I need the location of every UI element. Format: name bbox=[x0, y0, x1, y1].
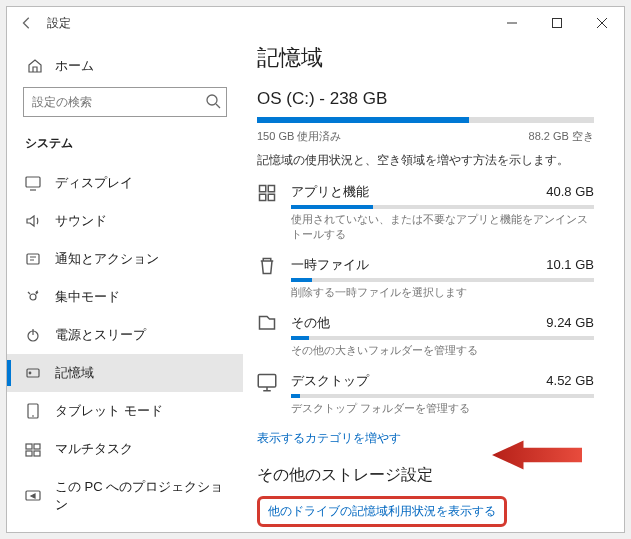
svg-rect-9 bbox=[26, 444, 32, 449]
storage-category-desktop[interactable]: デスクトップ4.52 GBデスクトップ フォルダーを管理する bbox=[257, 372, 594, 416]
sidebar-item-label: この PC へのプロジェクション bbox=[55, 478, 225, 514]
storage-icon bbox=[25, 365, 41, 381]
svg-rect-10 bbox=[34, 444, 40, 449]
main-panel: 記憶域 OS (C:) - 238 GB 150 GB 使用済み 88.2 GB… bbox=[243, 39, 624, 532]
storage-category-size: 9.24 GB bbox=[546, 315, 594, 330]
svg-rect-23 bbox=[258, 375, 276, 388]
storage-category-name: アプリと機能 bbox=[291, 183, 369, 201]
sidebar-item-notif[interactable]: 通知とアクション bbox=[7, 240, 243, 278]
power-icon bbox=[25, 327, 41, 343]
search-icon bbox=[205, 93, 221, 113]
svg-rect-20 bbox=[268, 186, 274, 192]
sidebar-item-focus[interactable]: 集中モード bbox=[7, 278, 243, 316]
storage-category-size: 4.52 GB bbox=[546, 373, 594, 388]
sidebar-item-display[interactable]: ディスプレイ bbox=[7, 164, 243, 202]
sidebar-home[interactable]: ホーム bbox=[7, 51, 243, 87]
sidebar-item-multi[interactable]: マルチタスク bbox=[7, 430, 243, 468]
sidebar-item-power[interactable]: 電源とスリープ bbox=[7, 316, 243, 354]
sidebar-item-label: 電源とスリープ bbox=[55, 326, 146, 344]
storage-category-other[interactable]: その他9.24 GBその他の大きいフォルダーを管理する bbox=[257, 314, 594, 358]
sidebar-item-tablet[interactable]: タブレット モード bbox=[7, 392, 243, 430]
window-title: 設定 bbox=[47, 15, 71, 32]
back-icon[interactable] bbox=[15, 11, 39, 35]
other-storage-heading: その他のストレージ設定 bbox=[257, 465, 594, 486]
close-button[interactable] bbox=[579, 7, 624, 39]
storage-category-bar bbox=[291, 394, 594, 398]
svg-rect-3 bbox=[27, 254, 39, 264]
highlighted-link-frame: 他のドライブの記憶域利用状況を表示する bbox=[257, 496, 507, 527]
storage-description: 記憶域の使用状況と、空き領域を増やす方法を示します。 bbox=[257, 152, 594, 169]
sidebar-item-label: 記憶域 bbox=[55, 364, 94, 382]
show-more-link[interactable]: 表示するカテゴリを増やす bbox=[257, 430, 594, 447]
svg-point-1 bbox=[207, 95, 217, 105]
sidebar-item-storage[interactable]: 記憶域 bbox=[7, 354, 243, 392]
drive-usage-bar bbox=[257, 117, 594, 123]
sidebar-item-project[interactable]: この PC へのプロジェクション bbox=[7, 468, 243, 524]
focus-icon bbox=[25, 289, 41, 305]
drive-used-label: 150 GB 使用済み bbox=[257, 129, 341, 144]
maximize-button[interactable] bbox=[534, 7, 579, 39]
drive-title: OS (C:) - 238 GB bbox=[257, 89, 594, 109]
svg-rect-19 bbox=[260, 186, 266, 192]
storage-category-sub: 使用されていない、または不要なアプリと機能をアンインストールする bbox=[291, 212, 594, 242]
settings-window: 設定 ホーム システム ディスプレイサウンド通知とアクション集中モード電源とスリ… bbox=[6, 6, 625, 533]
sidebar-item-share[interactable]: 共有エクスペリエンス bbox=[7, 524, 243, 532]
storage-category-bar bbox=[291, 205, 594, 209]
display-icon bbox=[25, 175, 41, 191]
svg-point-7 bbox=[29, 372, 31, 374]
storage-category-size: 40.8 GB bbox=[546, 184, 594, 199]
sound-icon bbox=[25, 213, 41, 229]
sidebar-item-label: 通知とアクション bbox=[55, 250, 159, 268]
tablet-icon bbox=[25, 403, 41, 419]
minimize-button[interactable] bbox=[489, 7, 534, 39]
sidebar-home-label: ホーム bbox=[55, 57, 94, 75]
other-drives-link[interactable]: 他のドライブの記憶域利用状況を表示する bbox=[268, 503, 496, 520]
sidebar-item-label: サウンド bbox=[55, 212, 107, 230]
drive-free-label: 88.2 GB 空き bbox=[529, 129, 594, 144]
page-title: 記憶域 bbox=[257, 43, 594, 73]
sidebar-item-label: ディスプレイ bbox=[55, 174, 133, 192]
svg-rect-2 bbox=[26, 177, 40, 187]
storage-category-name: その他 bbox=[291, 314, 330, 332]
sidebar-item-label: 集中モード bbox=[55, 288, 120, 306]
other-icon bbox=[257, 314, 279, 336]
multi-icon bbox=[25, 441, 41, 457]
storage-category-name: デスクトップ bbox=[291, 372, 369, 390]
storage-category-trash[interactable]: 一時ファイル10.1 GB削除する一時ファイルを選択します bbox=[257, 256, 594, 300]
apps-icon bbox=[257, 183, 279, 205]
svg-rect-12 bbox=[34, 451, 40, 456]
storage-category-size: 10.1 GB bbox=[546, 257, 594, 272]
storage-category-sub: その他の大きいフォルダーを管理する bbox=[291, 343, 594, 358]
svg-rect-0 bbox=[552, 19, 561, 28]
notif-icon bbox=[25, 251, 41, 267]
titlebar: 設定 bbox=[7, 7, 624, 39]
storage-category-apps[interactable]: アプリと機能40.8 GB使用されていない、または不要なアプリと機能をアンインス… bbox=[257, 183, 594, 242]
storage-category-bar bbox=[291, 336, 594, 340]
svg-point-4 bbox=[30, 294, 36, 300]
sidebar-category: システム bbox=[7, 131, 243, 164]
project-icon bbox=[25, 488, 41, 504]
sidebar-item-label: タブレット モード bbox=[55, 402, 163, 420]
storage-category-sub: デスクトップ フォルダーを管理する bbox=[291, 401, 594, 416]
storage-category-name: 一時ファイル bbox=[291, 256, 369, 274]
search-input[interactable] bbox=[23, 87, 227, 117]
trash-icon bbox=[257, 256, 279, 278]
sidebar-item-label: マルチタスク bbox=[55, 440, 133, 458]
sidebar: ホーム システム ディスプレイサウンド通知とアクション集中モード電源とスリープ記… bbox=[7, 39, 243, 532]
svg-rect-21 bbox=[260, 194, 266, 200]
storage-category-sub: 削除する一時ファイルを選択します bbox=[291, 285, 594, 300]
svg-rect-11 bbox=[26, 451, 32, 456]
search-box[interactable] bbox=[23, 87, 227, 117]
sidebar-item-sound[interactable]: サウンド bbox=[7, 202, 243, 240]
svg-rect-22 bbox=[268, 194, 274, 200]
desktop-icon bbox=[257, 372, 279, 394]
storage-category-bar bbox=[291, 278, 594, 282]
